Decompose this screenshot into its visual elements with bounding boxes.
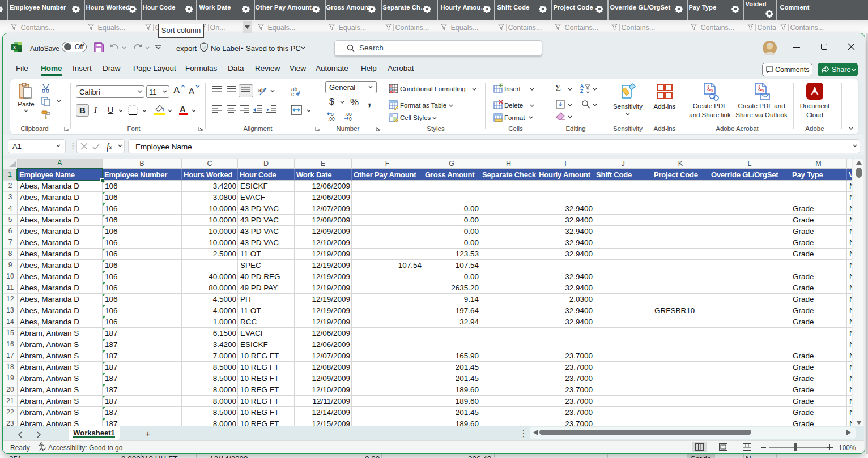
svg-text:?: ? <box>202 45 205 50</box>
svg-text:.00: .00 <box>328 116 335 121</box>
svg-text:ab: ab <box>258 87 265 93</box>
svg-text:Z: Z <box>580 88 583 93</box>
svg-text:c: c <box>291 91 294 96</box>
svg-text:0: 0 <box>349 116 352 121</box>
svg-text:X: X <box>12 45 16 50</box>
